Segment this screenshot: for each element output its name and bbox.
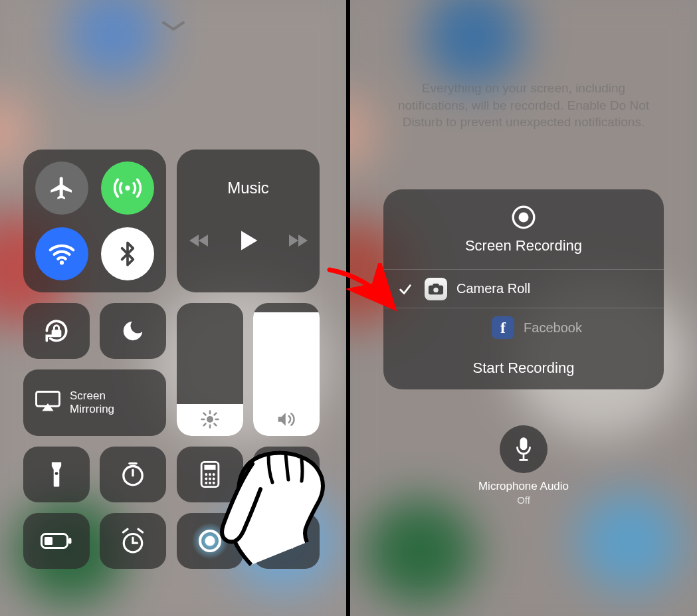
music-title: Music xyxy=(177,179,320,197)
record-icon xyxy=(383,204,664,231)
screen-recording-options-panel: Everything on your screen, including not… xyxy=(350,0,697,616)
svg-point-3 xyxy=(207,416,213,423)
svg-line-8 xyxy=(204,413,206,415)
svg-line-36 xyxy=(138,529,142,532)
calculator-button[interactable] xyxy=(177,447,243,502)
svg-rect-2 xyxy=(52,330,62,337)
timer-button[interactable] xyxy=(100,447,166,502)
do-not-disturb-toggle[interactable] xyxy=(100,303,166,359)
chevron-down-icon[interactable] xyxy=(161,20,185,32)
option-label: Camera Roll xyxy=(456,281,530,296)
music-module[interactable]: Music xyxy=(177,150,320,292)
next-track-icon[interactable] xyxy=(288,233,308,251)
svg-rect-53 xyxy=(520,437,528,450)
volume-icon xyxy=(253,409,320,429)
panel-divider xyxy=(346,0,350,616)
previous-track-icon[interactable] xyxy=(189,233,209,251)
volume-slider[interactable] xyxy=(253,303,320,436)
cellular-data-toggle[interactable] xyxy=(101,161,154,215)
svg-point-23 xyxy=(209,477,211,480)
svg-point-28 xyxy=(282,472,292,482)
facebook-app-icon: f xyxy=(492,316,514,339)
control-center-panel: Music xyxy=(0,0,346,616)
svg-line-35 xyxy=(123,529,127,532)
svg-point-13 xyxy=(55,472,58,475)
microphone-state: Off xyxy=(350,494,697,506)
microphone-toggle[interactable] xyxy=(500,425,548,473)
svg-point-19 xyxy=(205,473,207,476)
flashlight-button[interactable] xyxy=(23,447,90,502)
svg-point-25 xyxy=(205,482,207,484)
alarm-button[interactable] xyxy=(100,513,166,569)
svg-point-24 xyxy=(213,477,215,480)
airplane-mode-toggle[interactable] xyxy=(35,161,88,215)
destination-option-camera-roll[interactable]: Camera Roll xyxy=(383,270,664,308)
option-label: Facebook xyxy=(524,320,582,336)
brightness-slider[interactable] xyxy=(177,303,243,436)
rotation-lock-toggle[interactable] xyxy=(23,303,90,359)
popup-title: Screen Recording xyxy=(383,237,664,255)
svg-line-9 xyxy=(215,424,217,426)
recording-disclaimer: Everything on your screen, including not… xyxy=(390,80,657,131)
svg-point-20 xyxy=(209,473,211,476)
svg-point-38 xyxy=(205,536,215,546)
screen-record-button[interactable] xyxy=(177,513,243,569)
svg-point-21 xyxy=(213,473,215,476)
svg-rect-18 xyxy=(204,465,215,470)
photos-app-icon xyxy=(425,278,447,300)
connectivity-module[interactable] xyxy=(23,150,166,292)
svg-rect-31 xyxy=(45,537,52,545)
svg-point-49 xyxy=(519,213,529,223)
destination-option-facebook[interactable]: f Facebook xyxy=(383,308,664,347)
start-recording-button[interactable]: Start Recording xyxy=(383,347,664,389)
airplay-icon xyxy=(35,391,60,415)
wifi-toggle[interactable] xyxy=(35,227,88,280)
svg-point-27 xyxy=(213,482,215,484)
svg-line-11 xyxy=(215,413,217,415)
svg-point-26 xyxy=(209,482,211,484)
low-power-mode-button[interactable] xyxy=(23,513,90,569)
bluetooth-toggle[interactable] xyxy=(101,227,154,280)
svg-point-22 xyxy=(205,477,207,480)
svg-point-51 xyxy=(433,287,438,292)
checkmark-icon xyxy=(395,282,415,296)
svg-line-10 xyxy=(204,424,206,426)
screen-mirroring-label: Screen Mirroring xyxy=(70,389,114,415)
brightness-icon xyxy=(177,409,243,429)
microphone-label: Microphone Audio xyxy=(350,480,697,493)
svg-rect-52 xyxy=(433,283,439,286)
screen-mirroring-button[interactable]: Screen Mirroring xyxy=(23,369,166,436)
screen-recording-popup: Screen Recording Camera Roll f xyxy=(383,189,664,389)
svg-point-1 xyxy=(60,260,64,264)
svg-rect-30 xyxy=(68,538,72,544)
voice-memo-button[interactable] xyxy=(253,513,320,569)
svg-point-0 xyxy=(125,185,130,190)
start-recording-label: Start Recording xyxy=(473,359,575,377)
play-icon[interactable] xyxy=(239,229,258,255)
camera-button[interactable] xyxy=(253,447,320,502)
